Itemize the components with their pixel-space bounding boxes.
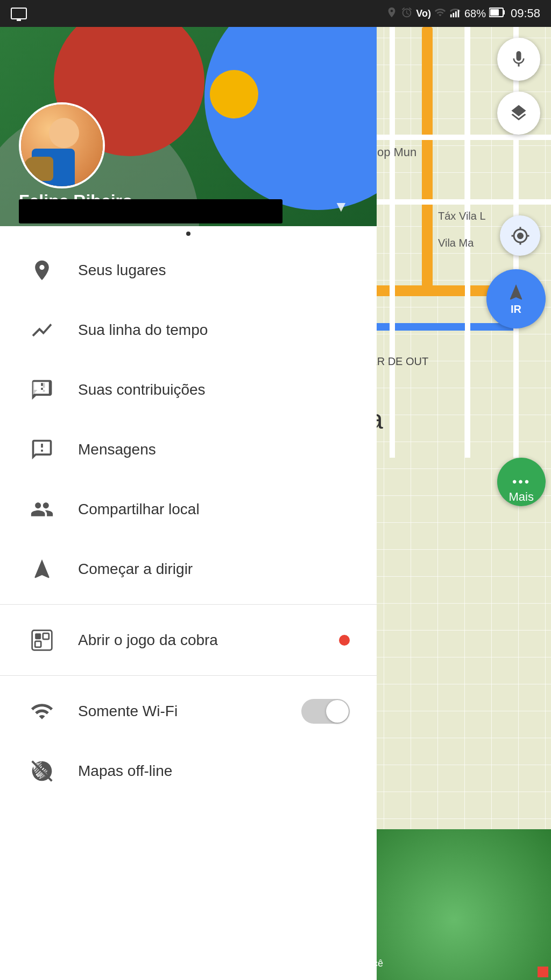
lte-icon: Vo) bbox=[416, 8, 431, 19]
avatar-image bbox=[21, 104, 103, 186]
time-display: 09:58 bbox=[511, 6, 540, 20]
location-pin-icon bbox=[27, 255, 56, 285]
menu-top-indicator bbox=[186, 232, 190, 236]
menu-item-wifi[interactable]: Somente Wi-Fi bbox=[0, 681, 377, 741]
menu-item-seus-lugares[interactable]: Seus lugares bbox=[0, 240, 377, 300]
svg-rect-0 bbox=[450, 14, 452, 17]
account-dropdown-arrow[interactable]: ▼ bbox=[334, 198, 349, 215]
contributions-icon bbox=[27, 375, 56, 404]
microphone-button[interactable] bbox=[497, 38, 540, 81]
location-status-icon bbox=[386, 6, 398, 21]
location-button[interactable] bbox=[500, 215, 540, 256]
menu-item-jogo-cobra[interactable]: Abrir o jogo da cobra bbox=[0, 610, 377, 670]
food-image: você bbox=[357, 829, 551, 980]
snake-game-icon bbox=[27, 625, 56, 655]
screen-icon bbox=[11, 8, 27, 19]
signal-icon bbox=[449, 6, 461, 21]
svg-rect-3 bbox=[457, 10, 459, 17]
svg-rect-5 bbox=[490, 9, 499, 16]
svg-rect-8 bbox=[35, 633, 41, 639]
linha-tempo-label: Sua linha do tempo bbox=[78, 321, 350, 339]
menu-item-compartilhar[interactable]: Compartilhar local bbox=[0, 479, 377, 539]
map-road-blue bbox=[357, 323, 519, 331]
email-redacted bbox=[19, 199, 282, 223]
svg-rect-1 bbox=[453, 12, 454, 17]
offline-maps-icon bbox=[27, 756, 56, 786]
wifi-label: Somente Wi-Fi bbox=[78, 703, 301, 720]
drive-icon bbox=[27, 554, 56, 584]
wifi-only-icon bbox=[27, 696, 56, 726]
menu-panel: Seus lugares Sua linha do tempo Suas con… bbox=[0, 226, 377, 980]
dirigir-label: Começar a dirigir bbox=[78, 561, 350, 578]
svg-rect-9 bbox=[43, 633, 48, 639]
map-road-w2 bbox=[357, 199, 551, 205]
wifi-icon-status bbox=[434, 6, 446, 21]
jogo-cobra-label: Abrir o jogo da cobra bbox=[78, 632, 339, 649]
map-road-v1 bbox=[390, 27, 395, 458]
avatar[interactable] bbox=[19, 102, 105, 188]
contribuicoes-label: Suas contribuições bbox=[78, 381, 350, 398]
vila-label: Vila Ma bbox=[438, 237, 474, 249]
ir-label: IR bbox=[511, 303, 521, 316]
navigation-button[interactable]: IR bbox=[486, 269, 546, 328]
status-bar-left bbox=[11, 8, 27, 19]
svg-rect-10 bbox=[35, 641, 41, 647]
notification-badge bbox=[339, 635, 350, 646]
status-bar: Vo) 68% 09:58 bbox=[0, 0, 551, 27]
layers-button[interactable] bbox=[497, 92, 540, 135]
header-decoration-yellow bbox=[210, 70, 258, 118]
svg-rect-2 bbox=[455, 11, 457, 17]
header-decoration-blue bbox=[204, 27, 377, 210]
svg-rect-6 bbox=[503, 10, 505, 15]
mais-label: Mais bbox=[509, 490, 534, 504]
map-road-orange-v bbox=[422, 27, 433, 296]
compartilhar-label: Compartilhar local bbox=[78, 501, 350, 518]
menu-divider-2 bbox=[0, 675, 377, 676]
alarm-icon bbox=[401, 6, 413, 21]
taxi-label: Táx Vila L bbox=[438, 210, 486, 222]
battery-icon bbox=[489, 6, 505, 21]
wifi-toggle[interactable] bbox=[301, 699, 350, 724]
menu-item-mensagens[interactable]: Mensagens bbox=[0, 419, 377, 479]
status-bar-right: Vo) 68% 09:58 bbox=[386, 6, 540, 21]
mensagens-label: Mensagens bbox=[78, 441, 350, 458]
menu-item-dirigir[interactable]: Começar a dirigir bbox=[0, 539, 377, 599]
menu-divider-1 bbox=[0, 604, 377, 605]
more-dots: ••• bbox=[512, 474, 531, 489]
seus-lugares-label: Seus lugares bbox=[78, 262, 350, 279]
map-road-w1 bbox=[357, 135, 551, 140]
battery-percentage: 68% bbox=[464, 8, 486, 20]
share-location-icon bbox=[27, 494, 56, 524]
menu-item-offline[interactable]: Mapas off-line bbox=[0, 741, 377, 801]
messages-icon bbox=[27, 435, 56, 464]
timeline-icon bbox=[27, 315, 56, 345]
map-background: Shop Mun Táx Vila L Vila Ma BAR DE OUT I… bbox=[357, 27, 551, 980]
offline-label: Mapas off-line bbox=[78, 762, 350, 780]
wifi-toggle-knob bbox=[326, 700, 349, 723]
profile-header: Felipe Ribeiro ▼ bbox=[0, 27, 377, 226]
menu-item-linha-tempo[interactable]: Sua linha do tempo bbox=[0, 300, 377, 360]
menu-item-contribuicoes[interactable]: Suas contribuições bbox=[0, 360, 377, 419]
